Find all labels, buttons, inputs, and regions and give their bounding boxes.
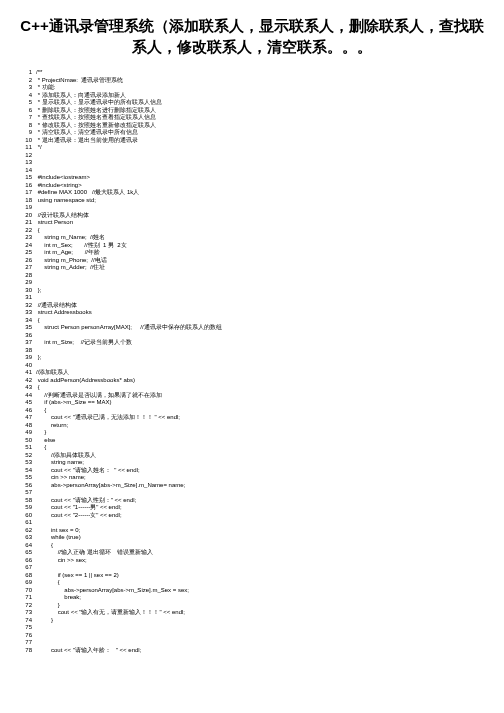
page-title: C++通讯录管理系统（添加联系人，显示联系人，删除联系人，查找联系人，修改联系人…: [20, 15, 484, 57]
code-block: 1/** 2 * ProjectNmae: 通讯录管理系统 3 * 功能: 4 …: [20, 69, 484, 654]
